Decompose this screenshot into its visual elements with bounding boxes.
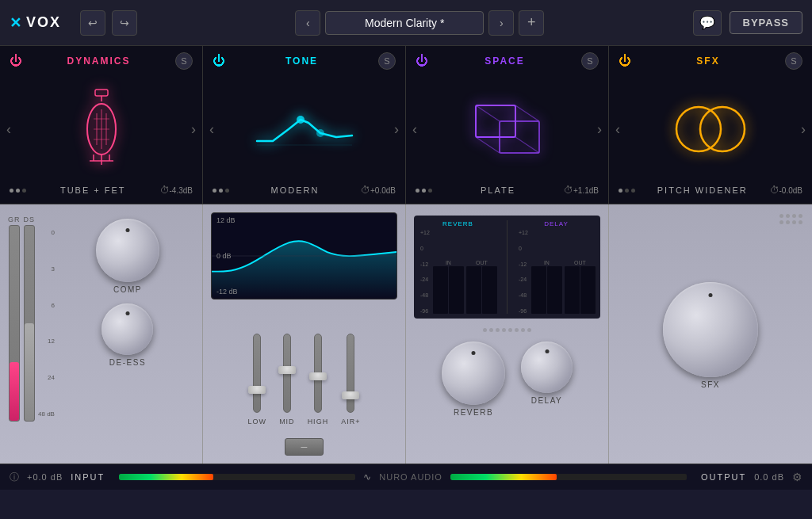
tone-prev-arrow[interactable]: ‹ — [209, 120, 214, 137]
s-dot — [496, 328, 500, 332]
sfx-next-arrow[interactable]: › — [801, 120, 806, 137]
space-prev-arrow[interactable]: ‹ — [412, 120, 417, 137]
delay-meter-title: DELAY — [517, 220, 596, 227]
sfx-clock-icon[interactable]: ⏱ — [770, 185, 779, 196]
high-slider-track[interactable] — [314, 334, 322, 413]
s-dot — [508, 328, 512, 332]
dscale-0: 0 — [519, 246, 528, 251]
dscale-m48: -48 — [519, 292, 528, 298]
high-slider-thumb[interactable] — [309, 372, 327, 380]
space-effect-name: PLATE — [432, 185, 564, 195]
tone-clock-icon[interactable]: ⏱ — [361, 185, 370, 196]
dynamics-meters: GR DS 0 3 6 12 24 48 dB — [8, 216, 55, 456]
sfx-module-bottom: PITCH WIDENER ⏱ -0.0dB — [609, 185, 812, 199]
sfx-visual: ‹ › — [609, 73, 812, 185]
preset-prev-button[interactable]: ‹ — [295, 10, 320, 36]
comp-knob[interactable] — [96, 219, 159, 282]
settings-icon[interactable]: ⚙ — [792, 471, 802, 483]
bypass-button[interactable]: BYPASS — [730, 11, 803, 34]
ds-meter-fill — [25, 323, 34, 421]
tone-visual: ‹ › — [203, 73, 405, 185]
svg-line-22 — [476, 137, 500, 153]
dynamics-clock-icon[interactable]: ⏱ — [160, 185, 170, 196]
reverb-knob[interactable] — [442, 342, 505, 405]
s-dot — [502, 328, 506, 332]
gr-label: GR — [8, 216, 21, 223]
eq-curve-icon — [249, 97, 360, 161]
sfx-controls: SFX — [609, 204, 812, 464]
scale-0: 0 — [420, 246, 430, 251]
sfx-dot — [799, 220, 802, 224]
dynamics-knobs: COMP DE-ESS — [61, 216, 194, 367]
tone-module-top: ⏻ TONE S — [203, 52, 405, 70]
comp-knob-dot — [125, 228, 129, 232]
space-module-top: ⏻ SPACE S — [406, 52, 608, 70]
dynamics-module-header: ⏻ DYNAMICS S ‹ › — [0, 46, 203, 204]
space-power-button[interactable]: ⏻ — [416, 54, 428, 68]
tube-icon — [78, 86, 125, 173]
mid-slider-thumb[interactable] — [278, 366, 296, 374]
sfx-module-top: ⏻ SFX S — [609, 52, 812, 70]
info-icon[interactable]: ⓘ — [10, 471, 19, 484]
dynamics-prev-arrow[interactable]: ‹ — [6, 120, 11, 137]
logo: ✕ VOX — [10, 14, 61, 32]
dynamics-effect-name: TUBE + FET — [26, 185, 160, 195]
comp-knob-container: COMP — [96, 219, 159, 294]
ds-label: DS — [24, 216, 36, 223]
preset-next-button[interactable]: › — [488, 10, 514, 36]
scale-48: 48 dB — [38, 411, 55, 418]
low-slider-track[interactable] — [253, 334, 261, 413]
reverb-out-label: OUT — [466, 260, 497, 265]
output-meter-bar — [450, 474, 687, 480]
gr-meter — [9, 225, 20, 422]
tone-preset-button[interactable]: ─ — [285, 438, 324, 456]
redo-button[interactable]: ↪ — [112, 10, 137, 36]
svg-line-21 — [515, 137, 539, 153]
dot-1 — [10, 189, 13, 193]
sfx-knob[interactable] — [663, 282, 758, 377]
mid-slider-track[interactable] — [283, 334, 291, 413]
sfx-power-button[interactable]: ⏻ — [619, 54, 631, 68]
space-next-arrow[interactable]: › — [597, 120, 602, 137]
delay-meter-section: DELAY +12 0 -12 -24 -48 -96 IN — [517, 220, 596, 314]
input-meter-bar — [119, 474, 355, 480]
preset-add-button[interactable]: + — [519, 10, 544, 36]
sfx-s-button[interactable]: S — [785, 52, 802, 70]
s-dot — [515, 328, 519, 332]
eq-label-bot: -12 dB — [216, 288, 238, 296]
reverb-meter-section: REVERB +12 0 -12 -24 -48 -96 IN — [419, 220, 497, 314]
scale-m12: -12 — [420, 261, 430, 267]
top-right-controls: 💬 BYPASS — [693, 10, 803, 36]
low-slider-thumb[interactable] — [248, 386, 266, 394]
tone-s-button[interactable]: S — [378, 52, 396, 70]
sfx-dots — [619, 189, 635, 193]
tone-next-arrow[interactable]: › — [394, 120, 399, 137]
plate-icon — [464, 90, 551, 169]
deess-knob[interactable] — [102, 303, 153, 355]
space-dots — [416, 189, 432, 193]
tone-dots — [213, 189, 229, 193]
dscale-p12: +12 — [519, 230, 528, 235]
space-s-button[interactable]: S — [581, 52, 599, 70]
eq-display: 12 dB 0 dB -12 dB — [211, 212, 397, 300]
dynamics-next-arrow[interactable]: › — [191, 120, 196, 137]
delay-knob-dot — [545, 349, 549, 353]
scale-m96: -96 — [420, 308, 430, 314]
message-button[interactable]: 💬 — [693, 10, 722, 36]
output-label: OUTPUT — [701, 472, 746, 482]
scale-p12: +12 — [420, 230, 430, 235]
undo-button[interactable]: ↩ — [80, 10, 105, 36]
air-slider-track[interactable] — [347, 334, 354, 413]
dot-1 — [416, 189, 419, 193]
delay-knob[interactable] — [521, 342, 573, 393]
top-bar: ✕ VOX ↩ ↪ ‹ Modern Clarity * › + 💬 BYPAS… — [0, 0, 812, 46]
air-slider-thumb[interactable] — [342, 391, 359, 399]
space-clock-icon[interactable]: ⏱ — [564, 185, 573, 196]
dynamics-power-button[interactable]: ⏻ — [10, 54, 22, 68]
preset-name-display[interactable]: Modern Clarity * — [325, 11, 484, 35]
eq-labels: 12 dB — [216, 216, 392, 224]
dynamics-s-button[interactable]: S — [175, 52, 193, 70]
tone-power-button[interactable]: ⏻ — [213, 54, 225, 68]
circles-icon — [671, 90, 750, 169]
sfx-prev-arrow[interactable]: ‹ — [615, 120, 620, 137]
